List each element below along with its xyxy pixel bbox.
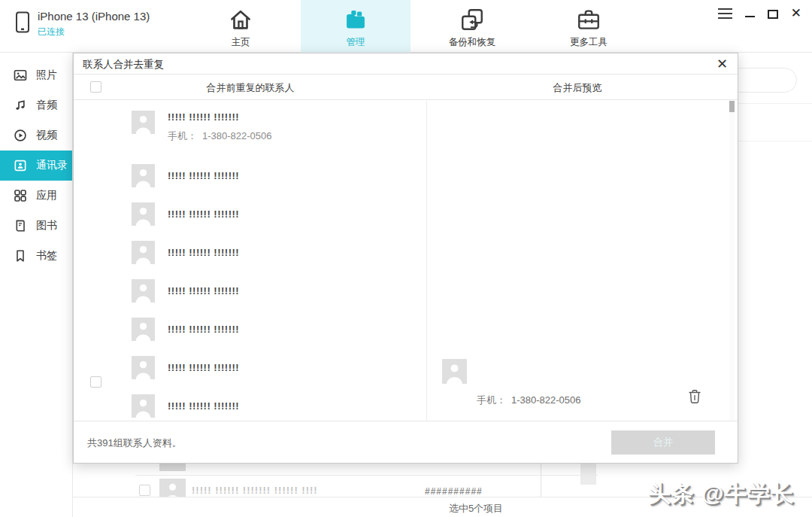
book-icon [13,218,28,233]
dialog-header: 联系人合并去重复 ✕ [74,53,738,75]
toolbox-icon [576,7,601,32]
duplicate-contact-row[interactable]: !!!!! !!!!!! !!!!!!! [74,195,426,233]
sidebar-item-books[interactable]: 图书 [0,211,72,241]
contact-name: !!!!! !!!!!! !!!!!!! [168,400,239,412]
sidebar-item-audio[interactable]: 音频 [0,90,72,120]
sidebar-item-label: 音频 [36,99,57,112]
avatar [132,318,155,341]
duplicate-contact-row[interactable]: !!!!! !!!!!! !!!!!!! 手机：1-380-822-0506 [74,109,426,157]
contact-text: !!!!! !!!!!! !!!!!!! [168,362,239,373]
group-checkbox[interactable] [90,376,102,388]
contacts-summary: 共391组联系人资料。 [87,436,182,450]
row-checkbox[interactable] [139,485,150,496]
contact-name: !!!!! !!!!!! !!!!!!! !!!!!! !!!! [192,485,318,496]
video-icon [13,128,28,143]
contact-text: !!!!! !!!!!! !!!!!!! [168,324,239,335]
minimize-button[interactable] [745,16,755,17]
selection-status-text: 选中5个项目 [401,502,551,515]
dialog-scrollbar [729,101,735,422]
sidebar-item-bookmarks[interactable]: 书签 [0,241,72,271]
device-name: iPhone 13 (iPhone 13) [38,10,150,23]
device-status: 已连接 [38,26,150,38]
contact-name: !!!!! !!!!!! !!!!!!! [168,324,239,335]
window-controls: ✕ [718,6,801,21]
nav-backup-restore-label: 备份和恢复 [420,36,525,49]
avatar [132,279,155,303]
avatar [132,241,155,264]
nav-backup-restore[interactable]: 备份和恢复 [420,0,525,53]
dialog-title: 联系人合并去重复 [83,58,164,71]
sidebar-item-contacts[interactable]: 通讯录 [0,151,72,181]
scrollbar-thumb[interactable] [580,464,596,485]
music-icon [13,98,28,113]
duplicate-contact-row[interactable]: !!!!! !!!!!! !!!!!!! [74,157,426,195]
sidebar-item-apps[interactable]: 应用 [0,181,72,211]
maximize-button[interactable] [768,10,778,19]
duplicate-contact-row[interactable]: !!!!! !!!!!! !!!!!!! [74,348,426,387]
nav-more-tools-label: 更多工具 [544,36,634,49]
duplicate-contact-row[interactable]: !!!!! !!!!!! !!!!!!! [74,310,426,348]
photo-icon [13,68,28,83]
row-divider [135,475,598,476]
duplicate-contact-row[interactable]: !!!!! !!!!!! !!!!!!! [74,233,426,272]
contact-name: !!!!! !!!!!! !!!!!!! [168,208,239,220]
duplicate-contact-row[interactable]: !!!!! !!!!!! !!!!!!! [74,387,426,422]
scrollbar-thumb[interactable] [729,101,735,112]
nav-home[interactable]: 主页 [197,0,284,53]
merge-button[interactable]: 合并 [611,430,715,455]
contact-text: !!!!! !!!!!! !!!!!!! [168,247,239,258]
contact-name: !!!!! !!!!!! !!!!!!! [168,285,239,297]
sidebar-item-photos[interactable]: 照片 [0,60,72,90]
home-icon [228,7,253,32]
device-info: iPhone 13 (iPhone 13) 已连接 [14,10,150,38]
avatar [442,359,467,384]
bookmark-icon [13,248,28,263]
contact-name: !!!!! !!!!!! !!!!!!! [168,362,239,373]
avatar [132,356,155,379]
nav-manage[interactable]: 管理 [301,0,411,53]
close-dialog-icon[interactable]: ✕ [717,56,728,72]
app-window: !!!!! !!!!!! !!!!!!! !!!!!! !!!! #######… [0,0,812,517]
top-bar: iPhone 13 (iPhone 13) 已连接 主页 管理 [0,0,812,53]
backup-restore-icon [459,7,485,32]
menu-icon[interactable] [718,8,732,19]
contact-text: !!!!! !!!!!! !!!!!!! [168,208,239,220]
sidebar-item-label: 图书 [36,219,57,233]
apps-icon [13,188,28,203]
merge-dedupe-dialog: 联系人合并去重复 ✕ 合并前重复的联系人 合并后预览 !!!!! !!!!!! … [73,53,738,464]
contact-name: !!!!! !!!!!! !!!!!!! [168,111,272,123]
contact-name: !!!!! !!!!!! !!!!!!! [168,170,239,181]
sidebar-item-label: 照片 [36,68,57,82]
contact-phone-row: 手机：1-380-822-0506 [168,129,272,143]
column-divider [541,464,541,497]
delete-field-button[interactable] [688,389,701,404]
contacts-icon [13,158,28,173]
sidebar: 照片 音频 视频 通讯录 [0,53,73,517]
contact-text: !!!!! !!!!!! !!!!!!! [168,285,239,297]
sidebar-item-video[interactable]: 视频 [0,120,72,151]
contact-value: ########## [425,486,483,497]
sidebar-item-label: 视频 [36,129,57,142]
avatar [159,464,186,471]
nav-home-label: 主页 [197,36,284,49]
avatar [132,394,155,418]
column-header-row: 合并前重复的联系人 合并后预览 [74,75,738,100]
duplicate-contact-row[interactable]: !!!!! !!!!!! !!!!!!! [74,272,426,310]
watermark-text: 头条 @牛学长 [648,479,795,509]
contact-text: !!!!! !!!!!! !!!!!!! [168,400,239,412]
sidebar-item-label: 书签 [36,249,57,263]
close-window-button[interactable]: ✕ [791,7,801,20]
nav-manage-label: 管理 [301,36,411,49]
folders-icon [343,7,368,32]
phone-value: 1-380-822-0506 [202,130,272,141]
phone-label: 手机： [168,130,197,141]
contact-name: !!!!! !!!!!! !!!!!!! [168,247,239,258]
avatar [132,164,155,187]
nav-more-tools[interactable]: 更多工具 [544,0,634,53]
phone-value: 1-380-822-0506 [511,394,581,406]
contact-text: !!!!! !!!!!! !!!!!!! [168,170,239,181]
iphone-icon [14,11,32,34]
avatar [132,111,155,134]
contact-text: !!!!! !!!!!! !!!!!!! 手机：1-380-822-0506 [168,109,272,143]
phone-label: 手机： [477,394,506,406]
